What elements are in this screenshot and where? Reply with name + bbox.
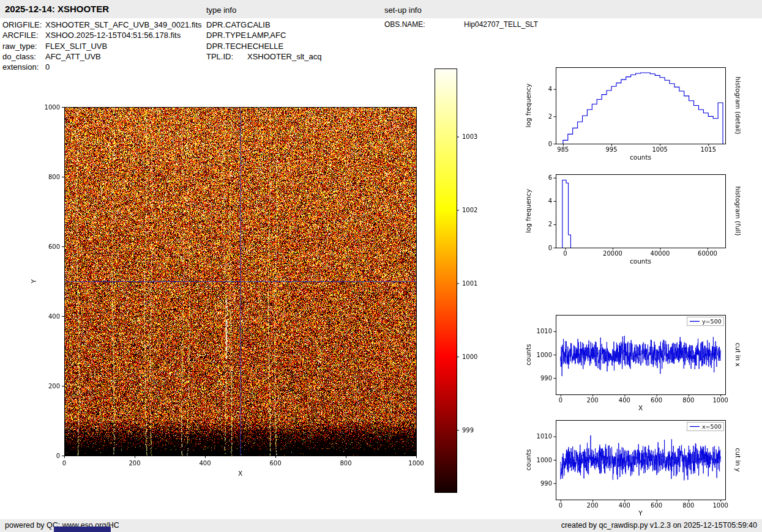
dpr-tech-label: DPR.TECH: bbox=[206, 42, 249, 51]
doclass-value: AFC_ATT_UVB bbox=[45, 52, 101, 61]
dpr-catg-label: DPR.CATG: bbox=[206, 20, 249, 29]
dpr-tech-value: ECHELLE bbox=[247, 42, 283, 51]
rawtype-value: FLEX_SLIT_UVB bbox=[45, 42, 107, 51]
setup-info-heading: set-up info bbox=[384, 6, 422, 15]
arcfile-value: XSHOO.2025-12-15T04:51:56.178.fits bbox=[45, 31, 181, 40]
histogram-detail-plot bbox=[517, 59, 744, 166]
tpl-id-value: XSHOOTER_slt_acq bbox=[247, 52, 321, 61]
cut-in-x-plot bbox=[517, 306, 744, 411]
origfile-value: XSHOOTER_SLT_AFC_UVB_349_0021.fits bbox=[45, 20, 202, 29]
dpr-type-label: DPR.TYPE: bbox=[206, 31, 248, 40]
extension-value: 0 bbox=[45, 62, 50, 72]
dpr-catg-value: CALIB bbox=[247, 20, 271, 29]
page-title: 2025-12-14: XSHOOTER bbox=[5, 4, 109, 14]
tpl-id-label: TPL.ID: bbox=[206, 52, 233, 61]
origfile-label: ORIGFILE: bbox=[2, 20, 42, 29]
raw-image-plot bbox=[28, 98, 425, 483]
extension-label: extension: bbox=[2, 62, 39, 72]
qc-rawdisp-page: 2025-12-14: XSHOOTER type info set-up in… bbox=[0, 0, 762, 532]
footer-accent-bar bbox=[54, 526, 111, 532]
type-info-heading: type info bbox=[206, 6, 236, 15]
doclass-label: do_class: bbox=[2, 52, 36, 61]
cut-in-y-plot bbox=[517, 411, 744, 516]
footer-created-by: created by qc_rawdisp.py v1.2.3 on 2025-… bbox=[561, 519, 757, 532]
histogram-full-plot bbox=[517, 166, 744, 273]
arcfile-label: ARCFILE: bbox=[2, 31, 39, 40]
obs-name-value: Hip042707_TELL_SLT bbox=[464, 20, 538, 29]
rawtype-label: raw_type: bbox=[2, 42, 37, 51]
header-bar: 2025-12-14: XSHOOTER type info set-up in… bbox=[0, 0, 762, 18]
colorbar bbox=[431, 64, 487, 498]
dpr-type-value: LAMP,AFC bbox=[247, 31, 286, 40]
footer-bar: powered by QC: www.eso.org/HC created by… bbox=[0, 519, 762, 532]
obs-name-label: OBS.NAME: bbox=[384, 20, 425, 29]
